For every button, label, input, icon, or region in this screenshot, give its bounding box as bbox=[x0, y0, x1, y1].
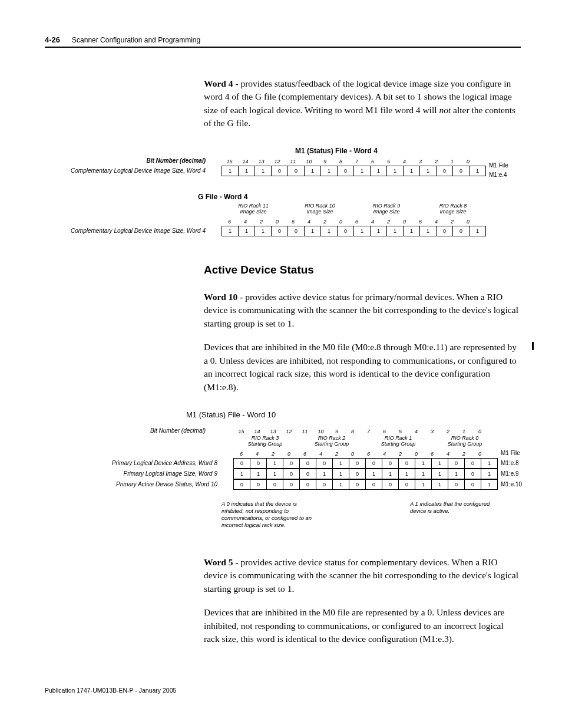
bit-cell: 1 bbox=[354, 226, 371, 236]
bit-cell: 0 bbox=[382, 479, 399, 490]
bit-cell: 2 bbox=[444, 218, 460, 226]
bit-cell: 5 bbox=[392, 427, 408, 436]
bit-cell: 1 bbox=[222, 166, 239, 176]
d2-row1-label: Primary Logical Image Size, Word 9 bbox=[123, 470, 217, 477]
bit-cell: 1 bbox=[371, 226, 387, 236]
d1-row1-label: Complementary Logical Device Image Size,… bbox=[71, 167, 206, 174]
bit-cell: 10 bbox=[313, 427, 329, 436]
bit-cell: 4 bbox=[440, 450, 456, 458]
bit-cell: 2 bbox=[392, 450, 408, 458]
diagram-m1-word4: M1 (Status) File - Word 4 Bit Number (de… bbox=[45, 147, 521, 236]
bit-cell: 1 bbox=[239, 166, 255, 176]
bit-cell: 0 bbox=[300, 469, 316, 479]
para-inhibit10: Devices that are inhibited in the M0 fil… bbox=[204, 341, 521, 394]
bit-cell: 1 bbox=[444, 157, 460, 166]
bit-cell: 1 bbox=[387, 226, 404, 236]
bit-cell: 0 bbox=[465, 469, 481, 479]
bit-cell: 1 bbox=[321, 226, 338, 236]
para-word10: Word 10 - provides active device status … bbox=[204, 291, 521, 330]
bit-cell: 1 bbox=[415, 469, 432, 479]
bit-cell: 0 bbox=[272, 226, 288, 236]
bit-cell: 10 bbox=[301, 157, 317, 166]
bit-cell: 1 bbox=[354, 166, 371, 176]
bit-cell: 0 bbox=[281, 450, 297, 458]
bit-cell: 1 bbox=[481, 458, 498, 469]
bit-cell: 4 bbox=[237, 218, 253, 226]
bit-cell: 12 bbox=[269, 157, 285, 166]
bit-cell: 6 bbox=[297, 450, 313, 458]
bit-cell: 6 bbox=[424, 450, 440, 458]
bit-cell: 0 bbox=[250, 458, 267, 469]
d1-right-top: M1 File bbox=[489, 162, 508, 169]
bit-cell: 4 bbox=[396, 157, 412, 166]
bit-cell: 1 bbox=[366, 469, 382, 479]
bit-cell: 9 bbox=[329, 427, 345, 436]
bit-cell: 2 bbox=[381, 218, 396, 226]
para-word5: Word 5 - provides active device status f… bbox=[204, 556, 521, 595]
d1-row2-label: Complementary Logical Device Image Size,… bbox=[71, 228, 206, 234]
bit-cell: 0 bbox=[234, 479, 250, 490]
bit-cell: 1 bbox=[255, 226, 272, 236]
bit-cell: 0 bbox=[437, 166, 453, 176]
bit-cell: 6 bbox=[361, 450, 376, 458]
bit-cell: 0 bbox=[250, 479, 267, 490]
bit-cell: 15 bbox=[233, 427, 249, 436]
bit-cell: 0 bbox=[338, 166, 354, 176]
bit-cell: 0 bbox=[349, 469, 366, 479]
bit-cell: 4 bbox=[313, 450, 329, 458]
lead-word5: Word 5 - bbox=[204, 557, 239, 567]
bit-cell: 6 bbox=[233, 450, 249, 458]
bit-cell: 0 bbox=[382, 458, 399, 469]
bit-cell: 0 bbox=[316, 479, 333, 490]
bit-cell: 0 bbox=[472, 450, 488, 458]
bit-cell: 13 bbox=[253, 157, 269, 166]
bit-cell: 1 bbox=[305, 166, 321, 176]
bit-cell: 13 bbox=[265, 427, 281, 436]
bit-cell: 0 bbox=[283, 479, 300, 490]
bit-cell: 2 bbox=[456, 450, 472, 458]
bit-cell: 1 bbox=[432, 458, 448, 469]
bit-cell: 4 bbox=[428, 218, 444, 226]
bit-cell: 0 bbox=[448, 458, 465, 469]
bit-cell: 8 bbox=[345, 427, 361, 436]
bit-cell: 4 bbox=[376, 450, 392, 458]
bit-cell: 0 bbox=[349, 479, 366, 490]
bit-cell: 0 bbox=[269, 218, 285, 226]
d2-title: M1 (Status) File - Word 10 bbox=[186, 410, 521, 419]
bit-cell: 0 bbox=[333, 218, 349, 226]
bit-cell: 1 bbox=[481, 479, 498, 490]
bit-cell: 1 bbox=[316, 469, 333, 479]
bit-cell: 2 bbox=[428, 157, 444, 166]
chapter-title: Scanner Configuration and Programming bbox=[72, 36, 200, 44]
bit-cell: 1 bbox=[305, 226, 321, 236]
bit-cell: 0 bbox=[338, 226, 354, 236]
lead-word4: Word 4 - bbox=[204, 78, 239, 88]
bit-cell: 0 bbox=[396, 218, 412, 226]
para-inhibit5: Devices that are inhibited in the M0 fil… bbox=[204, 606, 521, 645]
bit-cell: 2 bbox=[253, 218, 269, 226]
bit-cell: 1 bbox=[399, 469, 415, 479]
section-heading: Active Device Status bbox=[204, 263, 521, 276]
bit-cell: 1 bbox=[481, 469, 498, 479]
bit-cell: 3 bbox=[412, 157, 428, 166]
bit-cell: 0 bbox=[460, 157, 476, 166]
bit-cell: 1 bbox=[333, 458, 349, 469]
bit-cell: 1 bbox=[470, 226, 486, 236]
bit-cell: 1 bbox=[420, 166, 437, 176]
bit-cell: 12 bbox=[281, 427, 297, 436]
bit-cell: 9 bbox=[317, 157, 333, 166]
bit-cell: 6 bbox=[349, 218, 365, 226]
bit-cell: 1 bbox=[432, 469, 448, 479]
bit-cell: 1 bbox=[404, 226, 420, 236]
bit-cell: 1 bbox=[267, 458, 283, 469]
bit-cell: 6 bbox=[376, 427, 392, 436]
bit-cell: 1 bbox=[470, 166, 486, 176]
bit-cell: 0 bbox=[465, 479, 481, 490]
publication-footer: Publication 1747-UM013B-EN-P - January 2… bbox=[45, 687, 521, 694]
bit-cell: 1 bbox=[382, 469, 399, 479]
bit-cell: 6 bbox=[412, 218, 428, 226]
bit-cell: 0 bbox=[465, 458, 481, 469]
bit-cell: 0 bbox=[288, 226, 305, 236]
bit-cell: 0 bbox=[272, 166, 288, 176]
bit-cell: 7 bbox=[361, 427, 376, 436]
